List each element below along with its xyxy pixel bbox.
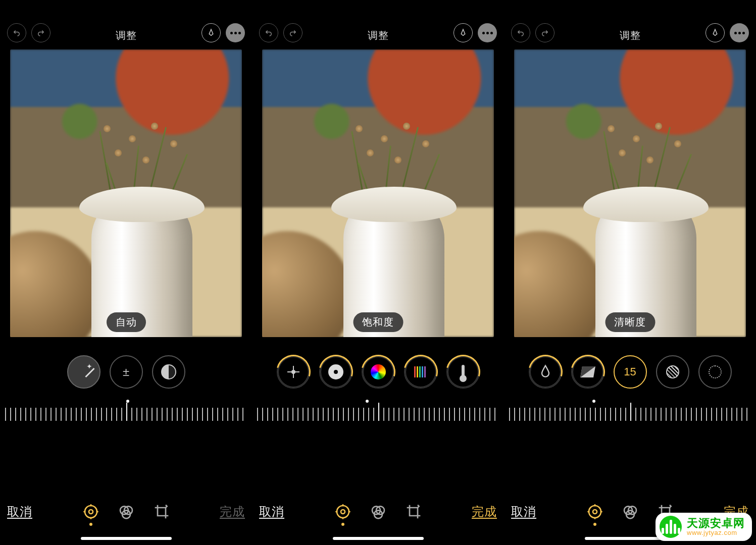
sharpness-dial[interactable]: [571, 355, 604, 389]
adjust-tab-icon: [587, 504, 603, 520]
vignette-dial[interactable]: [698, 355, 732, 389]
markup-pen-icon: [711, 28, 720, 37]
definition-dial[interactable]: 15: [614, 355, 647, 389]
filters-tab[interactable]: [369, 503, 387, 521]
brilliance-dial[interactable]: [277, 355, 310, 389]
redo-button[interactable]: [535, 23, 555, 42]
plus-minus-icon: ±: [123, 365, 129, 379]
highlights-icon: [328, 364, 343, 379]
undo-button[interactable]: [511, 23, 530, 42]
markup-button[interactable]: [705, 23, 725, 42]
done-button[interactable]: 完成: [220, 504, 245, 520]
vibrance-icon: [414, 366, 427, 377]
crop-tab-icon: [154, 504, 170, 520]
markup-button[interactable]: [453, 23, 473, 42]
filters-tab[interactable]: [621, 503, 639, 521]
markup-pen-icon: [459, 28, 468, 37]
photo-preview[interactable]: 自动: [10, 49, 242, 337]
home-indicator[interactable]: [81, 537, 172, 540]
undo-icon: [516, 28, 525, 37]
wand-dial[interactable]: [67, 355, 100, 389]
cancel-button[interactable]: 取消: [259, 504, 284, 520]
home-indicator[interactable]: [333, 537, 424, 540]
adjust-tab[interactable]: [586, 503, 604, 521]
svg-point-6: [341, 510, 345, 514]
noise-dial[interactable]: [656, 355, 689, 389]
ellipsis-icon: [734, 32, 745, 34]
filters-tab[interactable]: [117, 503, 135, 521]
filters-tab-icon: [370, 504, 386, 520]
svg-point-10: [589, 506, 601, 518]
ellipsis-icon: [482, 32, 493, 34]
top-bar: 调整: [504, 0, 756, 44]
more-button[interactable]: [730, 23, 749, 42]
vignette-icon: [709, 365, 722, 378]
filters-tab-icon: [118, 504, 134, 520]
editor-pane-2: 调整 清晰度 15: [504, 0, 756, 545]
adjust-tab[interactable]: [82, 503, 100, 521]
markup-button[interactable]: [201, 23, 221, 42]
bottom-bar: 取消 完成: [252, 486, 504, 537]
contrast-icon: [161, 364, 176, 379]
top-bar: 调整: [252, 0, 504, 44]
markup-pen-icon: [207, 28, 216, 37]
saturation-dial[interactable]: [362, 355, 395, 389]
warmth-dial[interactable]: [446, 355, 480, 389]
ellipsis-icon: [230, 32, 241, 34]
bottom-bar: 取消 完成: [0, 486, 252, 537]
cancel-button[interactable]: 取消: [511, 504, 536, 520]
highlights-dial[interactable]: [319, 355, 352, 389]
warmth-icon: [462, 365, 465, 379]
crop-tab-icon: [406, 504, 422, 520]
undo-icon: [264, 28, 273, 37]
top-bar: 调整: [0, 0, 252, 44]
value-slider[interactable]: [504, 398, 756, 423]
droplet-icon: [538, 364, 552, 380]
tint-dial[interactable]: [529, 355, 562, 389]
crop-tab[interactable]: [405, 503, 423, 521]
value-slider[interactable]: [0, 398, 252, 423]
adjustment-name-label: 清晰度: [605, 312, 655, 332]
value-slider[interactable]: [252, 398, 504, 423]
more-button[interactable]: [478, 23, 497, 42]
screen-title: 调整: [368, 29, 389, 42]
adjust-tab-icon: [83, 504, 99, 520]
redo-button[interactable]: [283, 23, 303, 42]
svg-point-5: [337, 506, 349, 518]
filters-tab-icon: [622, 504, 638, 520]
svg-point-0: [85, 506, 97, 518]
redo-icon: [288, 28, 297, 37]
exposure-dial[interactable]: ±: [110, 355, 143, 389]
photo-preview[interactable]: 饱和度: [262, 49, 494, 337]
adjust-tab-icon: [335, 504, 351, 520]
watermark-logo-icon: [660, 516, 682, 538]
undo-button[interactable]: [7, 23, 26, 42]
svg-point-1: [89, 510, 93, 514]
watermark-badge: 天源安卓网 www.jytyaz.com: [656, 513, 752, 541]
cancel-button[interactable]: 取消: [7, 504, 32, 520]
screen-title: 调整: [620, 29, 641, 42]
saturation-icon: [371, 364, 386, 379]
redo-button[interactable]: [31, 23, 51, 42]
adjustment-name-label: 饱和度: [353, 312, 403, 332]
adjustment-dial-row[interactable]: [252, 349, 504, 395]
watermark-title: 天源安卓网: [687, 517, 745, 529]
noise-reduction-icon: [666, 365, 679, 378]
done-button[interactable]: 完成: [472, 504, 497, 520]
vibrance-dial[interactable]: [404, 355, 437, 389]
crop-tab[interactable]: [153, 503, 171, 521]
screen-title: 调整: [116, 29, 137, 42]
adjustment-dial-row[interactable]: 15: [504, 349, 756, 395]
adjustment-dial-row[interactable]: ±: [0, 349, 252, 395]
more-button[interactable]: [226, 23, 245, 42]
svg-point-11: [593, 510, 597, 514]
slider-center-mark: [378, 403, 379, 421]
slider-dot: [592, 400, 595, 403]
redo-icon: [36, 28, 45, 37]
undo-button[interactable]: [259, 23, 278, 42]
photo-preview[interactable]: 清晰度: [514, 49, 746, 337]
brilliance-icon: [291, 370, 295, 374]
adjust-tab[interactable]: [334, 503, 352, 521]
contrast-dial[interactable]: [152, 355, 185, 389]
editor-pane-1: 调整 饱和度: [252, 0, 504, 545]
